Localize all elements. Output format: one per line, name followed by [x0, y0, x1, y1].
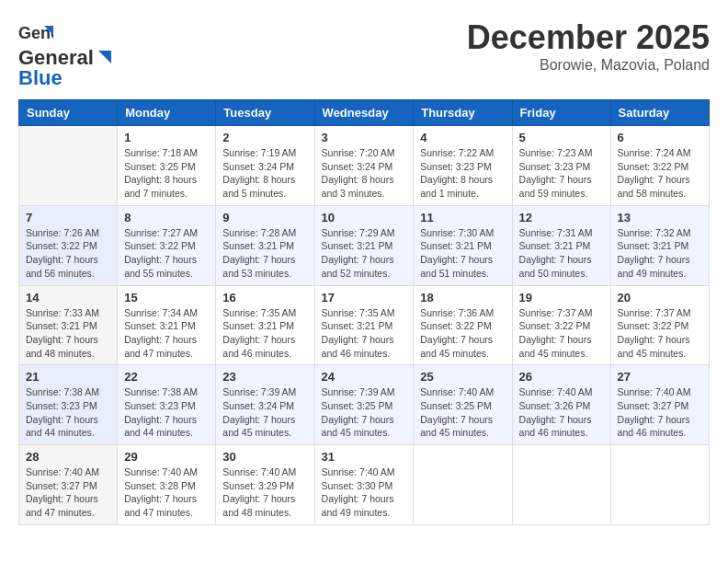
day-number: 1	[124, 131, 209, 144]
calendar-week-row: 21Sunrise: 7:38 AMSunset: 3:23 PMDayligh…	[19, 365, 710, 445]
day-info: Sunrise: 7:26 AMSunset: 3:22 PMDaylight:…	[26, 226, 110, 281]
day-number: 29	[124, 450, 209, 464]
logo-blue: Blue	[18, 66, 63, 89]
calendar-cell	[512, 445, 610, 525]
calendar-cell: 21Sunrise: 7:38 AMSunset: 3:23 PMDayligh…	[19, 365, 118, 445]
calendar-cell: 14Sunrise: 7:33 AMSunset: 3:21 PMDayligh…	[19, 285, 118, 365]
day-number: 27	[618, 370, 702, 384]
day-number: 13	[618, 211, 702, 224]
page-header: General General Blue December 2025 Borow…	[18, 18, 710, 90]
calendar-cell: 5Sunrise: 7:23 AMSunset: 3:23 PMDaylight…	[512, 126, 610, 206]
day-number: 21	[26, 370, 110, 384]
day-number: 11	[420, 211, 505, 224]
calendar-cell: 28Sunrise: 7:40 AMSunset: 3:27 PMDayligh…	[19, 445, 118, 525]
day-number: 16	[222, 291, 307, 304]
calendar-cell: 16Sunrise: 7:35 AMSunset: 3:21 PMDayligh…	[216, 285, 314, 365]
day-number: 6	[618, 131, 702, 144]
day-info: Sunrise: 7:18 AMSunset: 3:25 PMDaylight:…	[124, 146, 209, 201]
col-wednesday: Wednesday	[314, 100, 414, 126]
calendar-week-row: 7Sunrise: 7:26 AMSunset: 3:22 PMDaylight…	[19, 205, 710, 285]
day-info: Sunrise: 7:40 AMSunset: 3:28 PMDaylight:…	[124, 465, 209, 520]
logo-triangle-icon	[95, 49, 111, 65]
day-number: 18	[420, 291, 505, 304]
day-info: Sunrise: 7:40 AMSunset: 3:29 PMDaylight:…	[222, 465, 307, 520]
day-info: Sunrise: 7:27 AMSunset: 3:22 PMDaylight:…	[124, 226, 209, 281]
calendar-cell	[19, 126, 118, 206]
day-info: Sunrise: 7:30 AMSunset: 3:21 PMDaylight:…	[420, 226, 505, 281]
col-saturday: Saturday	[610, 100, 709, 126]
day-info: Sunrise: 7:29 AMSunset: 3:21 PMDaylight:…	[322, 226, 407, 281]
day-number: 2	[222, 131, 307, 144]
day-number: 8	[124, 211, 209, 224]
day-info: Sunrise: 7:28 AMSunset: 3:21 PMDaylight:…	[222, 226, 307, 281]
day-number: 25	[420, 370, 505, 384]
day-info: Sunrise: 7:32 AMSunset: 3:21 PMDaylight:…	[618, 226, 702, 281]
day-number: 17	[322, 291, 407, 304]
day-number: 4	[420, 131, 505, 144]
col-thursday: Thursday	[414, 100, 512, 126]
month-title: December 2025	[467, 18, 710, 57]
day-info: Sunrise: 7:34 AMSunset: 3:21 PMDaylight:…	[124, 306, 209, 361]
calendar-week-row: 28Sunrise: 7:40 AMSunset: 3:27 PMDayligh…	[19, 445, 710, 525]
day-info: Sunrise: 7:19 AMSunset: 3:24 PMDaylight:…	[222, 146, 307, 201]
calendar-cell: 11Sunrise: 7:30 AMSunset: 3:21 PMDayligh…	[414, 205, 512, 285]
day-info: Sunrise: 7:36 AMSunset: 3:22 PMDaylight:…	[420, 306, 505, 361]
calendar-cell	[414, 445, 512, 525]
day-info: Sunrise: 7:39 AMSunset: 3:25 PMDaylight:…	[322, 385, 407, 440]
calendar-week-row: 14Sunrise: 7:33 AMSunset: 3:21 PMDayligh…	[19, 285, 710, 365]
day-number: 15	[124, 291, 209, 304]
calendar-cell: 2Sunrise: 7:19 AMSunset: 3:24 PMDaylight…	[216, 126, 314, 206]
day-info: Sunrise: 7:33 AMSunset: 3:21 PMDaylight:…	[26, 306, 110, 361]
title-area: December 2025 Borowie, Mazovia, Poland	[467, 18, 710, 74]
col-tuesday: Tuesday	[216, 100, 314, 126]
day-info: Sunrise: 7:20 AMSunset: 3:24 PMDaylight:…	[322, 146, 407, 201]
day-number: 22	[124, 370, 209, 384]
day-info: Sunrise: 7:40 AMSunset: 3:25 PMDaylight:…	[420, 385, 505, 440]
day-info: Sunrise: 7:35 AMSunset: 3:21 PMDaylight:…	[222, 306, 307, 361]
col-sunday: Sunday	[19, 100, 118, 126]
calendar-cell: 6Sunrise: 7:24 AMSunset: 3:22 PMDaylight…	[610, 126, 709, 206]
calendar-cell: 4Sunrise: 7:22 AMSunset: 3:23 PMDaylight…	[414, 126, 512, 206]
day-number: 31	[322, 450, 407, 464]
day-number: 19	[519, 291, 604, 304]
calendar-cell: 23Sunrise: 7:39 AMSunset: 3:24 PMDayligh…	[216, 365, 314, 445]
calendar-cell: 29Sunrise: 7:40 AMSunset: 3:28 PMDayligh…	[118, 445, 216, 525]
day-number: 3	[322, 131, 407, 144]
calendar-cell: 13Sunrise: 7:32 AMSunset: 3:21 PMDayligh…	[610, 205, 709, 285]
day-info: Sunrise: 7:37 AMSunset: 3:22 PMDaylight:…	[618, 306, 702, 361]
day-info: Sunrise: 7:40 AMSunset: 3:30 PMDaylight:…	[322, 465, 407, 520]
day-number: 20	[618, 291, 702, 304]
day-info: Sunrise: 7:39 AMSunset: 3:24 PMDaylight:…	[222, 385, 307, 440]
day-info: Sunrise: 7:24 AMSunset: 3:22 PMDaylight:…	[618, 146, 702, 201]
calendar-cell: 22Sunrise: 7:38 AMSunset: 3:23 PMDayligh…	[118, 365, 216, 445]
calendar-cell: 12Sunrise: 7:31 AMSunset: 3:21 PMDayligh…	[512, 205, 610, 285]
day-number: 26	[519, 370, 604, 384]
calendar-cell: 30Sunrise: 7:40 AMSunset: 3:29 PMDayligh…	[216, 445, 314, 525]
calendar-cell: 3Sunrise: 7:20 AMSunset: 3:24 PMDaylight…	[314, 126, 414, 206]
calendar-cell	[610, 445, 709, 525]
day-number: 14	[26, 291, 110, 304]
location: Borowie, Mazovia, Poland	[467, 57, 710, 74]
day-number: 5	[519, 131, 604, 144]
calendar-cell: 15Sunrise: 7:34 AMSunset: 3:21 PMDayligh…	[118, 285, 216, 365]
day-info: Sunrise: 7:35 AMSunset: 3:21 PMDaylight:…	[322, 306, 407, 361]
logo-icon: General	[18, 18, 53, 53]
calendar-cell: 25Sunrise: 7:40 AMSunset: 3:25 PMDayligh…	[414, 365, 512, 445]
calendar-cell: 1Sunrise: 7:18 AMSunset: 3:25 PMDaylight…	[118, 126, 216, 206]
calendar-cell: 17Sunrise: 7:35 AMSunset: 3:21 PMDayligh…	[314, 285, 414, 365]
day-number: 12	[519, 211, 604, 224]
day-info: Sunrise: 7:37 AMSunset: 3:22 PMDaylight:…	[519, 306, 604, 361]
day-number: 30	[222, 450, 307, 464]
day-info: Sunrise: 7:38 AMSunset: 3:23 PMDaylight:…	[124, 385, 209, 440]
day-number: 9	[222, 211, 307, 224]
day-info: Sunrise: 7:40 AMSunset: 3:27 PMDaylight:…	[618, 385, 702, 440]
calendar-cell: 8Sunrise: 7:27 AMSunset: 3:22 PMDaylight…	[118, 205, 216, 285]
calendar-cell: 7Sunrise: 7:26 AMSunset: 3:22 PMDaylight…	[19, 205, 118, 285]
calendar-cell: 9Sunrise: 7:28 AMSunset: 3:21 PMDaylight…	[216, 205, 314, 285]
day-info: Sunrise: 7:23 AMSunset: 3:23 PMDaylight:…	[519, 146, 604, 201]
day-info: Sunrise: 7:31 AMSunset: 3:21 PMDaylight:…	[519, 226, 604, 281]
col-friday: Friday	[512, 100, 610, 126]
day-info: Sunrise: 7:40 AMSunset: 3:26 PMDaylight:…	[519, 385, 604, 440]
calendar-cell: 31Sunrise: 7:40 AMSunset: 3:30 PMDayligh…	[314, 445, 414, 525]
day-number: 7	[26, 211, 110, 224]
